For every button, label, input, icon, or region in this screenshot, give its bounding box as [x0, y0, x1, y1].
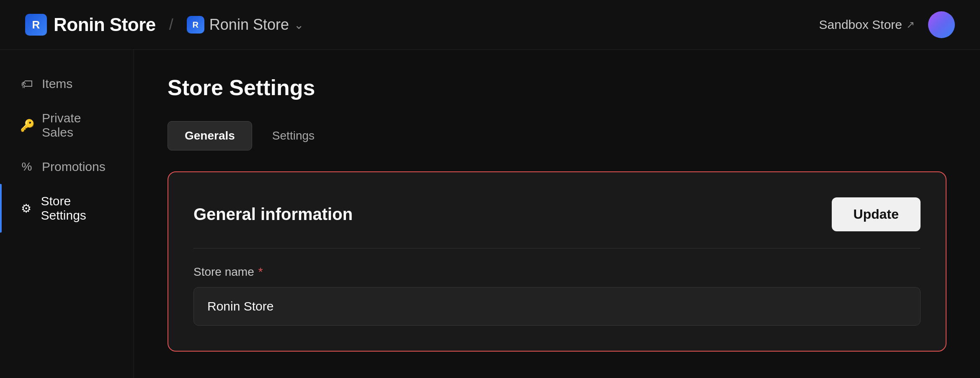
topnav: R Ronin Store / R Ronin Store ⌄ Sandbox …	[0, 0, 980, 50]
sidebar-item-promotions[interactable]: % Promotions	[0, 150, 134, 184]
card-title: General information	[193, 205, 353, 224]
brand-logo[interactable]: R Ronin Store	[25, 14, 156, 36]
tag-icon: 🏷	[20, 77, 34, 91]
breadcrumb-store-name: Ronin Store	[209, 16, 289, 34]
main-content: Store Settings Generals Settings General…	[134, 50, 980, 378]
breadcrumb-separator: /	[169, 16, 173, 34]
external-link-icon: ↗	[906, 19, 915, 31]
card-header: General information Update	[193, 197, 921, 231]
breadcrumb-shield-icon: R	[187, 16, 204, 34]
sidebar-item-store-settings-label: Store Settings	[41, 194, 113, 223]
gear-icon: ⚙	[20, 202, 32, 215]
general-information-card: General information Update Store name *	[168, 171, 946, 352]
sidebar-item-items[interactable]: 🏷 Items	[0, 67, 134, 101]
tabs: Generals Settings	[168, 121, 946, 150]
sandbox-store-label: Sandbox Store	[819, 18, 902, 32]
topnav-left: R Ronin Store / R Ronin Store ⌄	[25, 14, 304, 36]
layout: 🏷 Items 🔑 Private Sales % Promotions ⚙ S…	[0, 50, 980, 378]
user-avatar[interactable]	[928, 11, 955, 38]
sidebar-item-private-sales-label: Private Sales	[42, 111, 113, 140]
page-title: Store Settings	[168, 75, 946, 100]
card-divider	[193, 248, 921, 249]
breadcrumb-store[interactable]: R Ronin Store ⌄	[187, 16, 304, 34]
brand-title: Ronin Store	[54, 14, 156, 35]
tab-settings[interactable]: Settings	[255, 121, 331, 150]
store-name-field-group: Store name *	[193, 265, 921, 326]
update-button[interactable]: Update	[832, 197, 921, 231]
shield-icon: R	[25, 14, 47, 36]
sandbox-store-link[interactable]: Sandbox Store ↗	[819, 18, 915, 32]
store-name-label: Store name *	[193, 265, 921, 279]
tab-generals[interactable]: Generals	[168, 121, 252, 150]
sidebar-item-private-sales[interactable]: 🔑 Private Sales	[0, 101, 134, 150]
sidebar-item-items-label: Items	[42, 77, 72, 91]
topnav-right: Sandbox Store ↗	[819, 11, 955, 38]
chevron-down-icon: ⌄	[294, 18, 304, 32]
key-icon: 🔑	[20, 119, 34, 132]
store-name-input[interactable]	[193, 287, 921, 326]
sidebar-item-store-settings[interactable]: ⚙ Store Settings	[0, 184, 134, 233]
sidebar: 🏷 Items 🔑 Private Sales % Promotions ⚙ S…	[0, 50, 134, 378]
sidebar-item-promotions-label: Promotions	[42, 160, 106, 174]
percent-icon: %	[20, 160, 34, 173]
required-indicator: *	[258, 265, 263, 279]
